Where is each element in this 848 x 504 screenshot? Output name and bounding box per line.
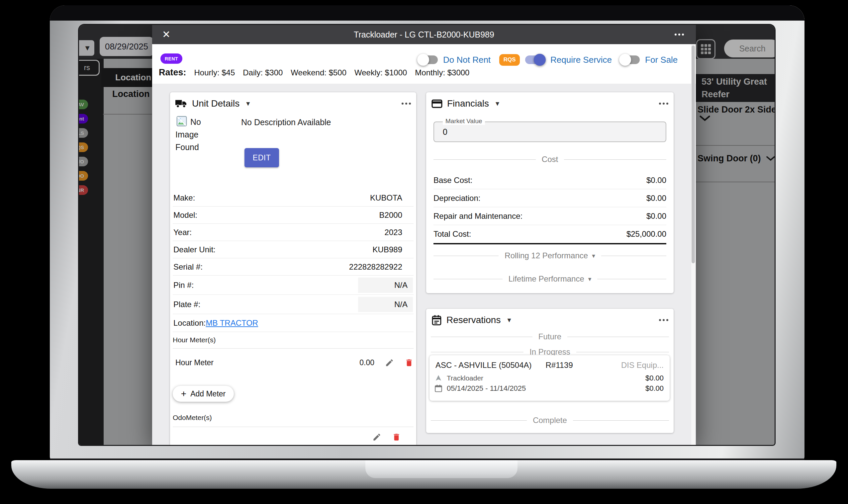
field-row-make: Make: KUBOTA — [173, 189, 413, 206]
unit-details-more-icon[interactable] — [402, 103, 411, 105]
expand-caret-icon[interactable]: ▾ — [592, 252, 595, 259]
hour-meters-label: Hour Meter(s) — [173, 336, 413, 348]
hour-meter-name: Hour Meter — [175, 358, 214, 367]
no-description-text: No Description Available — [241, 118, 331, 127]
reservation-item-header: ASC - ASHVILLE (50504A) R#1139 DIS Equip… — [429, 355, 670, 370]
for-sale-toggle[interactable] — [620, 55, 640, 64]
field-row-plate: Plate #: N/A — [173, 295, 413, 314]
rate-weekly: Weekly: $1000 — [354, 68, 407, 77]
location-link[interactable]: MB TRACTOR — [206, 319, 258, 328]
collapse-caret-icon[interactable]: ▾ — [507, 316, 511, 324]
close-icon[interactable]: ✕ — [162, 29, 171, 40]
reservation-asset-row: Trackloader $0.00 — [429, 370, 670, 382]
rates-row: Rates: Hourly: $45 Daily: $300 Weekend: … — [159, 67, 469, 78]
field-label: Dealer Unit: — [173, 245, 216, 254]
edit-odometer-button[interactable] — [372, 432, 381, 442]
cost-row-depreciation: Depreciation: $0.00 — [434, 189, 666, 207]
cost-section-divider: Cost — [434, 155, 666, 164]
total-cost-value: $25,000.00 — [626, 230, 666, 239]
rqs-badge: RQS — [499, 54, 520, 66]
require-service-toggle[interactable] — [525, 55, 545, 64]
add-meter-label: Add Meter — [190, 390, 226, 398]
field-row-dealer-unit: Dealer Unit: KUB989 — [173, 241, 413, 258]
reservation-asset: Trackloader — [447, 374, 483, 382]
field-label: Model: — [173, 211, 197, 220]
complete-group-label: Complete — [533, 416, 567, 425]
field-label: Plate #: — [173, 300, 200, 309]
edit-meter-button[interactable] — [385, 358, 394, 367]
reservation-amount-bottom: $0.00 — [646, 384, 664, 393]
field-row-serial: Serial #: 222828282922 — [173, 258, 413, 275]
reservation-customer: ASC - ASHVILLE (50504A) — [436, 361, 531, 370]
cost-rows: Base Cost: $0.00 Depreciation: $0.00 Rep… — [434, 171, 666, 245]
delete-odometer-button[interactable] — [392, 432, 401, 442]
cost-section-label: Cost — [542, 155, 558, 164]
collapse-caret-icon[interactable]: ▾ — [496, 99, 499, 108]
rate-monthly: Monthly: $3000 — [415, 68, 469, 77]
broken-image-icon — [175, 115, 188, 127]
cost-label: Base Cost: — [434, 176, 472, 185]
edit-button[interactable]: EDIT — [245, 148, 279, 167]
rate-daily: Daily: $300 — [243, 68, 283, 77]
odometers-label: OdoMeter(s) — [173, 414, 413, 427]
future-group-label: Future — [538, 332, 561, 341]
market-value-input[interactable]: Market Value 0 — [434, 122, 666, 142]
pencil-icon — [372, 433, 381, 442]
reservations-title: Reservations — [446, 315, 500, 325]
lifetime-performance-divider: Lifetime Performance ▾ — [434, 274, 666, 284]
calendar-icon — [434, 384, 443, 393]
truck-icon — [175, 99, 187, 108]
market-value-label: Market Value — [443, 118, 485, 125]
field-value: KUB989 — [373, 245, 413, 254]
field-row-year: Year: 2023 — [173, 224, 413, 241]
rate-hourly: Hourly: $45 — [194, 68, 235, 77]
rate-weekend: Weekend: $500 — [290, 68, 347, 77]
laptop-mockup: ▼ 08/29/2025 rs AVentLSQS/ODONR Location… — [0, 0, 848, 504]
field-value-boxed[interactable]: N/A — [358, 277, 413, 293]
field-value-boxed[interactable]: N/A — [358, 297, 413, 312]
reservation-item[interactable]: ASC - ASHVILLE (50504A) R#1139 DIS Equip… — [429, 355, 670, 401]
reservation-number: R#1139 — [545, 361, 573, 370]
collapse-caret-icon[interactable]: ▾ — [246, 99, 250, 108]
hour-meter-row: Hour Meter 0.00 — [173, 348, 413, 377]
modal-body: Unit Details ▾ No — [152, 84, 696, 445]
reservations-header: Reservations ▾ — [431, 313, 668, 327]
financials-header: Financials ▾ — [431, 97, 668, 110]
expand-caret-icon[interactable]: ▾ — [588, 275, 591, 283]
laptop-base-notch — [365, 460, 517, 478]
delete-meter-button[interactable] — [405, 358, 413, 367]
financials-more-icon[interactable] — [659, 103, 668, 105]
for-sale-label: For Sale — [645, 55, 677, 65]
field-label: Pin #: — [173, 281, 194, 290]
add-meter-button[interactable]: + Add Meter — [173, 386, 234, 402]
hour-meter-value: 0.00 — [359, 358, 374, 367]
modal-title: Trackloader - LG CTL-B2000-KUB989 — [152, 30, 696, 39]
field-value: B2000 — [379, 211, 413, 220]
reservation-source: DIS Equip... — [621, 361, 664, 370]
rolling-performance-divider: Rolling 12 Performance ▾ — [434, 251, 666, 260]
field-row-pin: Pin #: N/A — [173, 275, 413, 295]
lifetime-performance-label: Lifetime Performance — [509, 274, 584, 284]
field-value: 222828282922 — [349, 262, 413, 272]
pencil-icon — [385, 358, 394, 367]
do-not-rent-toggle[interactable] — [418, 55, 438, 64]
reservations-card: Reservations ▾ Future In Progress — [426, 309, 674, 433]
complete-group-divider: Complete — [431, 416, 669, 425]
status-toggle-bar: Do Not Rent RQS Require Service For Sale — [418, 53, 677, 67]
trash-icon — [405, 358, 413, 367]
laptop-screen: ▼ 08/29/2025 rs AVentLSQS/ODONR Location… — [79, 25, 775, 445]
rolling-performance-label: Rolling 12 Performance — [505, 251, 588, 260]
credit-card-icon — [431, 98, 442, 109]
reservation-list-icon — [431, 315, 442, 326]
modal-scrollbar-thumb[interactable] — [692, 46, 695, 263]
asset-arrow-icon — [434, 374, 443, 382]
field-label: Year: — [173, 228, 192, 237]
laptop-lid-top-edge — [50, 5, 805, 21]
trash-icon — [392, 432, 401, 442]
modal-title-bar: ✕ Trackloader - LG CTL-B2000-KUB989 — [152, 25, 696, 44]
no-image-placeholder: No Image Found — [175, 115, 218, 154]
modal-more-icon[interactable] — [675, 34, 684, 36]
reservations-more-icon[interactable] — [659, 319, 668, 321]
cost-label: Depreciation: — [434, 194, 480, 203]
total-cost-row: Total Cost: $25,000.00 — [434, 225, 666, 245]
